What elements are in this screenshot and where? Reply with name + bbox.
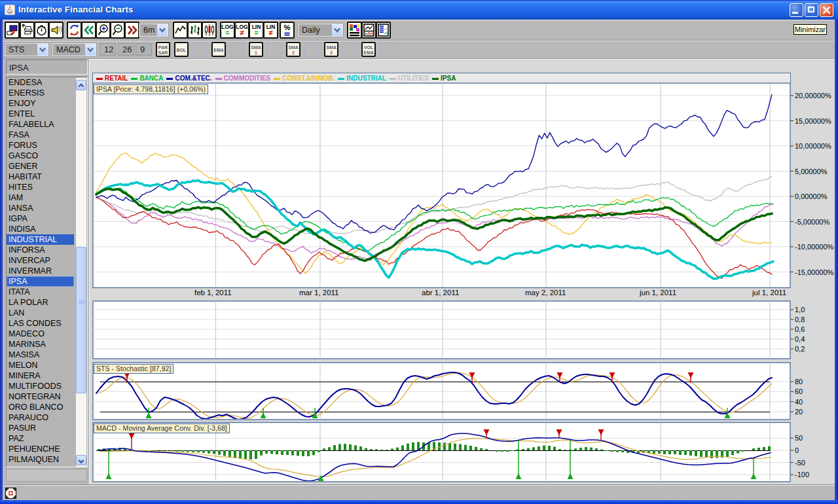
svg-text:≠: ≠ bbox=[240, 29, 244, 37]
svg-text:=: = bbox=[254, 29, 258, 37]
svg-text:=: = bbox=[225, 29, 229, 37]
svg-text:%: % bbox=[284, 24, 291, 31]
svg-text:≠: ≠ bbox=[268, 29, 272, 37]
